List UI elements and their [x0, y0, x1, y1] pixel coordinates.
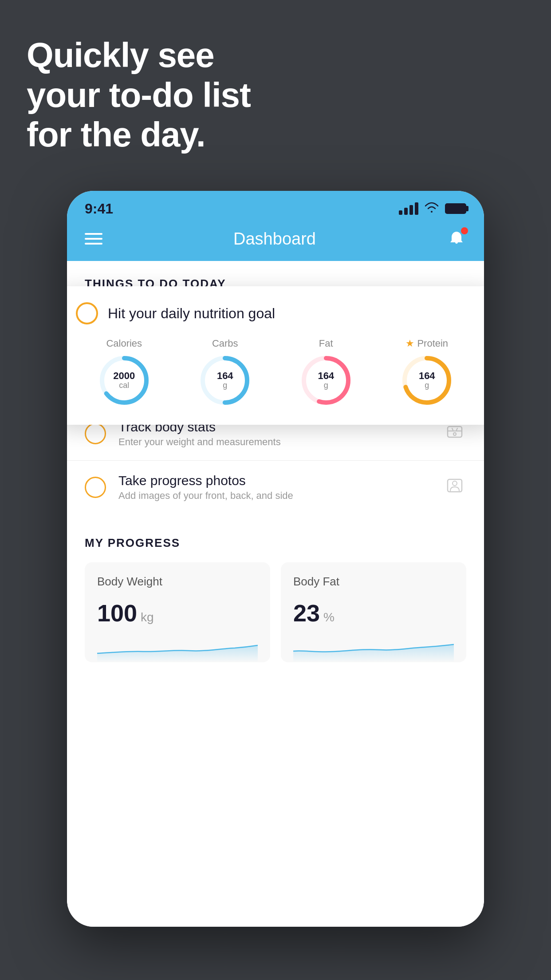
- svg-point-9: [453, 433, 456, 435]
- headline-line3: for the day.: [27, 115, 205, 154]
- headline-line1: Quickly see: [27, 36, 214, 75]
- nutrition-goal-title: Hit your daily nutrition goal: [108, 305, 275, 322]
- stat-protein: ★ Protein 164 g: [400, 338, 453, 407]
- fat-value: 164: [318, 371, 334, 381]
- body-fat-card[interactable]: Body Fat 23 %: [281, 562, 466, 662]
- body-weight-chart: [97, 636, 258, 662]
- progress-section: MY PROGRESS Body Weight 100 kg: [67, 514, 484, 680]
- protein-unit: g: [419, 381, 435, 390]
- scale-icon: [446, 424, 464, 443]
- bodystats-subtitle: Enter your weight and measurements: [118, 436, 431, 448]
- body-fat-num: 23: [293, 599, 320, 627]
- progress-cards: Body Weight 100 kg: [85, 562, 466, 662]
- phone-mockup: 9:41 Dashboard: [67, 191, 484, 927]
- person-icon: [446, 478, 464, 497]
- calories-label: Calories: [106, 338, 142, 349]
- content-area: THINGS TO DO TODAY Hit your daily nutrit…: [67, 261, 484, 927]
- bodystats-check-circle: [85, 423, 106, 444]
- nutrition-card: Hit your daily nutrition goal Calories: [67, 286, 484, 425]
- calories-value: 2000: [113, 371, 135, 381]
- hero-headline: Quickly see your to-do list for the day.: [27, 36, 524, 155]
- wifi-icon: [425, 201, 439, 217]
- body-weight-value-row: 100 kg: [97, 599, 258, 627]
- status-icons: [399, 201, 466, 217]
- progress-title: MY PROGRESS: [85, 536, 466, 550]
- scale-icon-wrap: [443, 422, 466, 445]
- battery-icon: [445, 203, 466, 214]
- stat-carbs: Carbs 164 g: [198, 338, 252, 407]
- person-icon-wrap: [443, 476, 466, 499]
- protein-value: 164: [419, 371, 435, 381]
- calories-donut: 2000 cal: [98, 354, 151, 407]
- notification-dot: [461, 227, 468, 234]
- hamburger-menu[interactable]: [85, 233, 102, 245]
- photos-subtitle: Add images of your front, back, and side: [118, 490, 431, 502]
- star-icon: ★: [405, 338, 414, 349]
- body-fat-card-title: Body Fat: [293, 575, 454, 589]
- body-weight-card[interactable]: Body Weight 100 kg: [85, 562, 270, 662]
- calories-unit: cal: [113, 381, 135, 390]
- headline-line2: your to-do list: [27, 75, 251, 115]
- body-fat-value-row: 23 %: [293, 599, 454, 627]
- body-fat-unit: %: [323, 610, 335, 624]
- photos-check-circle: [85, 477, 106, 498]
- notification-bell[interactable]: [447, 229, 466, 249]
- fat-label: Fat: [319, 338, 333, 349]
- stat-fat: Fat 164 g: [299, 338, 353, 407]
- svg-point-11: [453, 481, 457, 486]
- nutrition-goal-row: Hit your daily nutrition goal: [76, 302, 475, 324]
- status-bar: 9:41: [67, 191, 484, 222]
- status-time: 9:41: [85, 201, 113, 217]
- body-weight-num: 100: [97, 599, 137, 627]
- photos-title: Take progress photos: [118, 473, 431, 488]
- carbs-donut: 164 g: [198, 354, 252, 407]
- carbs-label: Carbs: [212, 338, 238, 349]
- signal-icon: [399, 202, 418, 215]
- body-weight-unit: kg: [141, 610, 154, 624]
- fat-unit: g: [318, 381, 334, 390]
- protein-donut: 164 g: [400, 354, 453, 407]
- fat-donut: 164 g: [299, 354, 353, 407]
- carbs-value: 164: [217, 371, 233, 381]
- nutrition-check-circle[interactable]: [76, 302, 98, 324]
- body-fat-chart: [293, 636, 454, 662]
- header-title: Dashboard: [233, 229, 316, 249]
- nutrition-stats: Calories 2000 cal: [76, 338, 475, 407]
- app-header: Dashboard: [67, 222, 484, 261]
- photos-text: Take progress photos Add images of your …: [118, 473, 431, 502]
- protein-label: ★ Protein: [405, 338, 448, 349]
- body-weight-card-title: Body Weight: [97, 575, 258, 589]
- carbs-unit: g: [217, 381, 233, 390]
- stat-calories: Calories 2000 cal: [98, 338, 151, 407]
- items-wrapper: Hit your daily nutrition goal Calories: [67, 300, 484, 680]
- todo-progress-photos[interactable]: Take progress photos Add images of your …: [67, 460, 484, 514]
